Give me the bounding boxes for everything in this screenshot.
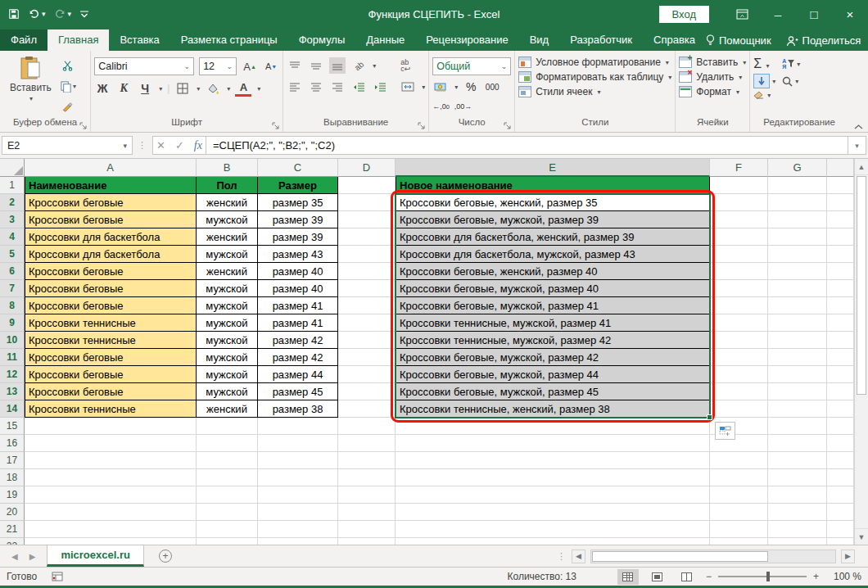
- cell-D6[interactable]: [338, 263, 396, 280]
- cell-G13[interactable]: [768, 383, 827, 400]
- quick-analysis-button[interactable]: [715, 422, 735, 440]
- cell-A17[interactable]: [25, 452, 197, 469]
- font-name-select[interactable]: Calibri⌄: [94, 57, 194, 75]
- cell-G5[interactable]: [768, 246, 827, 263]
- insert-cells-button[interactable]: Вставить▾: [679, 57, 746, 68]
- cell-C11[interactable]: размер 42: [258, 349, 338, 366]
- zoom-level[interactable]: 100 %: [827, 571, 861, 582]
- cut-icon[interactable]: [60, 57, 76, 74]
- cell-E14[interactable]: Кроссовки теннисные, женский, размер 38: [396, 400, 710, 418]
- cell-D12[interactable]: [338, 366, 396, 383]
- align-middle-icon[interactable]: [308, 57, 324, 74]
- row-header-3[interactable]: 3: [0, 211, 25, 228]
- share-button[interactable]: Поделиться: [786, 34, 861, 47]
- cell-C3[interactable]: размер 39: [258, 211, 338, 228]
- customize-qat-icon[interactable]: [79, 10, 89, 18]
- cell-G17[interactable]: [768, 452, 827, 469]
- cell-A3[interactable]: Кроссовки беговые: [25, 211, 197, 228]
- cell-F10[interactable]: [710, 332, 768, 349]
- zoom-in-icon[interactable]: +: [813, 571, 819, 582]
- cell-A13[interactable]: Кроссовки беговые: [25, 383, 197, 400]
- cell-B4[interactable]: женский: [197, 228, 258, 246]
- cell-B19[interactable]: [197, 486, 258, 504]
- row-header-21[interactable]: 21: [0, 521, 25, 538]
- cell-B5[interactable]: мужской: [197, 246, 258, 263]
- bold-button[interactable]: Ж: [94, 80, 111, 97]
- cell-E5[interactable]: Кроссовки для баскетбола, мужской, разме…: [396, 246, 710, 263]
- cell-F7[interactable]: [710, 280, 768, 297]
- column-header-D[interactable]: D: [338, 159, 396, 177]
- cell-G22[interactable]: [768, 538, 827, 545]
- cell-G14[interactable]: [768, 400, 827, 418]
- row-header-12[interactable]: 12: [0, 366, 25, 383]
- increase-indent-icon[interactable]: [372, 79, 388, 95]
- cell-D10[interactable]: [338, 332, 396, 349]
- cell-B14[interactable]: женский: [197, 400, 258, 418]
- cell-E20[interactable]: [396, 504, 710, 521]
- align-top-icon[interactable]: [287, 57, 303, 74]
- select-all-corner[interactable]: [0, 159, 25, 177]
- cell-B3[interactable]: мужской: [197, 211, 258, 228]
- cell-D21[interactable]: [338, 521, 396, 538]
- scroll-down-icon[interactable]: ▼: [855, 528, 868, 545]
- cell-D11[interactable]: [338, 349, 396, 366]
- cell-G9[interactable]: [768, 314, 827, 332]
- cell-C16[interactable]: [258, 435, 338, 452]
- cell-E13[interactable]: Кроссовки беговые, мужской, размер 45: [396, 383, 710, 400]
- scrollbar-grip[interactable]: ⋮: [557, 551, 567, 562]
- column-header-A[interactable]: A: [25, 159, 197, 177]
- align-center-icon[interactable]: [308, 79, 324, 95]
- cell-A4[interactable]: Кроссовки для баскетбола: [25, 228, 197, 246]
- zoom-out-icon[interactable]: −: [706, 571, 712, 582]
- row-header-19[interactable]: 19: [0, 486, 25, 504]
- cell-E18[interactable]: [396, 469, 710, 486]
- cell-G8[interactable]: [768, 297, 827, 314]
- sheet-nav-right-icon[interactable]: ▶: [29, 552, 36, 561]
- name-box-dropdown-icon[interactable]: ▾: [123, 142, 127, 150]
- tab-Вставка[interactable]: Вставка: [109, 29, 170, 51]
- row-header-5[interactable]: 5: [0, 246, 25, 263]
- zoom-slider-thumb[interactable]: [766, 572, 770, 581]
- cell-D8[interactable]: [338, 297, 396, 314]
- cell-G10[interactable]: [768, 332, 827, 349]
- expand-formula-bar-icon[interactable]: ▾: [848, 136, 866, 155]
- cell-F2[interactable]: [710, 194, 768, 211]
- cell-G20[interactable]: [768, 504, 827, 521]
- cell-E16[interactable]: [396, 435, 710, 452]
- cell-F21[interactable]: [710, 521, 768, 538]
- ribbon-display-options-icon[interactable]: [724, 0, 760, 28]
- cell-E2[interactable]: Кроссовки беговые, женский, размер 35: [396, 194, 710, 211]
- cell-F4[interactable]: [710, 228, 768, 246]
- clear-button[interactable]: ▾: [753, 91, 775, 100]
- horizontal-scroll-track[interactable]: [590, 550, 836, 563]
- tab-Рецензирование[interactable]: Рецензирование: [415, 29, 518, 51]
- undo-button[interactable]: ▾: [28, 8, 46, 20]
- cell-C7[interactable]: размер 40: [258, 280, 338, 297]
- tab-Главная[interactable]: Главная: [47, 29, 109, 51]
- tab-Разработчик[interactable]: Разработчик: [559, 29, 643, 51]
- cell-G16[interactable]: [768, 435, 827, 452]
- scroll-left-icon[interactable]: ◀: [572, 550, 585, 563]
- row-header-7[interactable]: 7: [0, 280, 25, 297]
- cell-G1[interactable]: [768, 177, 827, 194]
- assistant-button[interactable]: Помощник: [706, 34, 771, 47]
- number-dialog-launcher-icon[interactable]: [504, 122, 511, 129]
- cell-A8[interactable]: Кроссовки беговые: [25, 297, 197, 314]
- merge-dropdown-icon[interactable]: ▾: [422, 84, 425, 91]
- tab-Разметка страницы[interactable]: Разметка страницы: [170, 29, 288, 51]
- signin-button[interactable]: Вход: [659, 6, 709, 23]
- cell-B21[interactable]: [197, 521, 258, 538]
- number-format-select[interactable]: Общий⌄: [432, 57, 511, 75]
- save-icon[interactable]: [8, 8, 20, 20]
- cell-G18[interactable]: [768, 469, 827, 486]
- formula-bar-grip[interactable]: ⋮: [133, 140, 152, 151]
- row-header-15[interactable]: 15: [0, 418, 25, 435]
- cell-F17[interactable]: [710, 452, 768, 469]
- cell-E19[interactable]: [396, 486, 710, 504]
- sheet-tab-active[interactable]: microexcel.ru: [47, 545, 144, 567]
- cell-D9[interactable]: [338, 314, 396, 332]
- cell-A10[interactable]: Кроссовки теннисные: [25, 332, 197, 349]
- italic-button[interactable]: К: [115, 80, 132, 97]
- cell-F5[interactable]: [710, 246, 768, 263]
- formula-input[interactable]: =СЦЕП(A2;", ";B2;", ";C2): [206, 136, 848, 155]
